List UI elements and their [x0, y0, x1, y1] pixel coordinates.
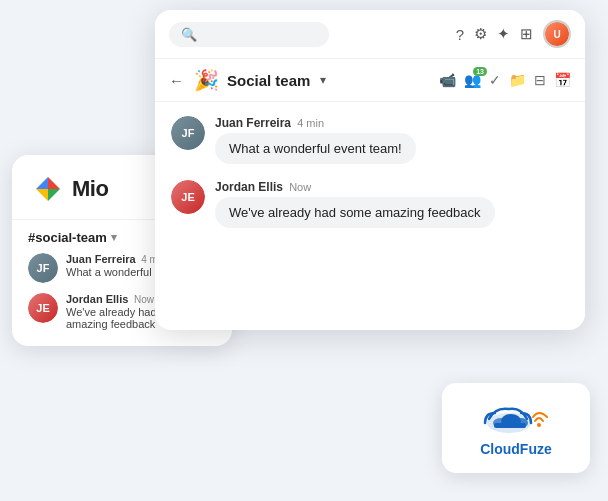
chat-search-bar[interactable]: 🔍 — [169, 22, 329, 47]
tasks-icon[interactable]: ✓ — [489, 72, 501, 88]
chat-body: JF Juan Ferreira 4 min What a wonderful … — [155, 102, 585, 258]
video-icon[interactable]: 📹 — [439, 72, 456, 88]
chat-header: ← 🎉 Social team ▾ 📹 👥 13 ✓ 📁 ⊟ 📅 — [155, 59, 585, 102]
chat-bubble-1: What a wonderful event team! — [215, 133, 416, 164]
sender-name-2: Jordan Ellis — [215, 180, 283, 194]
chat-topbar: 🔍 ? ⚙ ✦ ⊞ U — [155, 10, 585, 59]
chat-message-2: JE Jordan Ellis Now We've already had so… — [171, 180, 569, 228]
chat-header-actions: 📹 👥 13 ✓ 📁 ⊟ 📅 — [439, 72, 571, 88]
user-avatar-button[interactable]: U — [543, 20, 571, 48]
svg-rect-9 — [494, 423, 526, 428]
archive-icon[interactable]: ⊟ — [534, 72, 546, 88]
cloudfuze-card: CloudFuze — [442, 383, 590, 473]
chat-message-1: JF Juan Ferreira 4 min What a wonderful … — [171, 116, 569, 164]
svg-marker-4 — [36, 189, 48, 201]
settings-icon[interactable]: ⚙ — [474, 25, 487, 43]
cloudfuze-logo: CloudFuze — [480, 399, 552, 457]
search-icon: 🔍 — [181, 27, 197, 42]
chat-bubble-2: We've already had some amazing feedback — [215, 197, 495, 228]
svg-point-10 — [537, 423, 541, 427]
help-icon[interactable]: ? — [456, 26, 464, 43]
folder-icon[interactable]: 📁 — [509, 72, 526, 88]
chat-avatar-jordan: JE — [171, 180, 205, 214]
team-name-chevron-icon[interactable]: ▾ — [320, 73, 326, 87]
channel-chevron-icon[interactable]: ▾ — [111, 231, 117, 244]
sender-name-1: Juan Ferreira — [215, 116, 291, 130]
back-button[interactable]: ← — [169, 72, 184, 89]
members-count: 13 — [473, 67, 487, 76]
spark-icon[interactable]: ✦ — [497, 25, 510, 43]
message-time-2: Now — [289, 181, 311, 193]
team-name: Social team — [227, 72, 310, 89]
chat-window: 🔍 ? ⚙ ✦ ⊞ U ← 🎉 Social team ▾ 📹 👥 13 ✓ 📁… — [155, 10, 585, 330]
calendar-icon[interactable]: 📅 — [554, 72, 571, 88]
cloudfuze-icon — [481, 399, 551, 437]
message-time-1: 4 min — [297, 117, 324, 129]
svg-marker-2 — [48, 189, 60, 201]
svg-marker-1 — [36, 177, 48, 189]
members-badge[interactable]: 👥 13 — [464, 72, 481, 88]
chat-avatar-juan: JF — [171, 116, 205, 150]
mio-logo-icon — [32, 173, 64, 205]
team-emoji: 🎉 — [194, 68, 219, 92]
mio-brand-name: Mio — [72, 176, 108, 202]
mio-avatar-juan: JF — [28, 253, 58, 283]
apps-icon[interactable]: ⊞ — [520, 25, 533, 43]
cloudfuze-brand-name: CloudFuze — [480, 441, 552, 457]
topbar-icons: ? ⚙ ✦ ⊞ U — [456, 20, 571, 48]
svg-marker-3 — [48, 177, 60, 189]
mio-avatar-jordan: JE — [28, 293, 58, 323]
